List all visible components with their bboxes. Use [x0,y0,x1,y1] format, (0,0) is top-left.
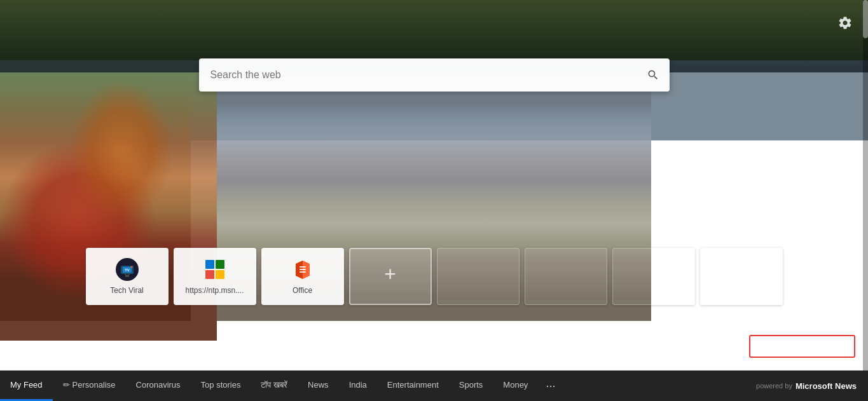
svg-rect-6 [205,260,214,269]
nav-items-list: My Feed ✏ Personalise Coronavirus Top st… [0,370,745,401]
tile-empty-4 [700,248,783,305]
nav-item-hindi[interactable]: टॉप खबरें [251,370,298,401]
tv-icon: TV [116,258,139,281]
search-button[interactable] [637,58,670,92]
svg-rect-9 [216,270,224,279]
nav-item-my-feed-label: My Feed [10,380,43,390]
nav-item-money-label: Money [503,380,528,390]
svg-rect-12 [300,271,306,273]
svg-text:TV: TV [125,268,130,272]
nav-item-coronavirus[interactable]: Coronavirus [126,370,191,401]
gear-icon [837,15,853,31]
search-box [199,58,670,92]
nav-item-my-feed[interactable]: My Feed [0,370,53,401]
tile-empty-1 [437,248,520,305]
office-icon [291,258,314,281]
background-orange-trees [69,80,174,221]
tile-office-label: Office [293,286,312,295]
microsoft-news-brand: Microsoft News [796,381,857,391]
tile-empty-2 [525,248,607,305]
nav-item-top-stories-label: Top stories [201,380,241,390]
nav-item-india-label: India [349,380,367,390]
tile-msn-label: https://ntp.msn.... [185,286,244,295]
svg-rect-3 [125,276,129,277]
like-button-label: Like what you see? [775,342,845,351]
plus-icon: + [379,262,402,285]
tile-tech-viral-label: Tech Viral [110,286,143,295]
nav-item-india[interactable]: India [339,370,377,401]
background-foreground [0,0,868,60]
nav-item-personalise-label: Personalise [72,380,116,390]
svg-rect-11 [300,269,306,270]
powered-by-text: powered by [756,382,792,390]
nav-item-coronavirus-label: Coronavirus [136,380,181,390]
svg-rect-10 [300,266,306,268]
nav-item-sports-label: Sports [459,380,483,390]
nav-powered-by: powered by Microsoft News [745,381,868,391]
svg-point-4 [130,266,132,268]
scrollbar[interactable] [863,0,868,370]
tile-office[interactable]: Office [261,248,344,305]
settings-button[interactable] [834,11,857,34]
bottom-nav: My Feed ✏ Personalise Coronavirus Top st… [0,370,868,401]
nav-item-top-stories[interactable]: Top stories [191,370,251,401]
tile-add[interactable]: + [349,248,432,305]
nav-item-news[interactable]: News [298,370,339,401]
nav-item-entertainment[interactable]: Entertainment [377,370,449,401]
nav-item-money[interactable]: Money [493,370,538,401]
scrollbar-thumb[interactable] [863,0,868,38]
search-container [199,58,670,92]
nav-more-label: ··· [546,379,555,393]
nav-item-personalise[interactable]: ✏ Personalise [53,370,126,401]
like-button[interactable]: Like what you see? [749,335,855,358]
tile-tech-viral[interactable]: TV Tech Viral [86,248,169,305]
nav-more-button[interactable]: ··· [538,370,563,401]
search-input[interactable] [199,60,637,90]
pencil-icon: ✏ [63,380,70,390]
grid-icon [203,258,226,281]
tile-msn[interactable]: https://ntp.msn.... [174,248,256,305]
search-icon [647,69,659,81]
nav-item-sports[interactable]: Sports [449,370,493,401]
nav-item-hindi-label: टॉप खबरें [261,380,287,390]
svg-rect-7 [216,260,224,269]
camera-icon [759,341,769,351]
tiles-container: TV Tech Viral https://ntp.msn.... [86,248,783,305]
svg-rect-8 [205,270,214,279]
nav-item-entertainment-label: Entertainment [387,380,439,390]
tile-empty-3 [612,248,695,305]
nav-item-news-label: News [308,380,329,390]
